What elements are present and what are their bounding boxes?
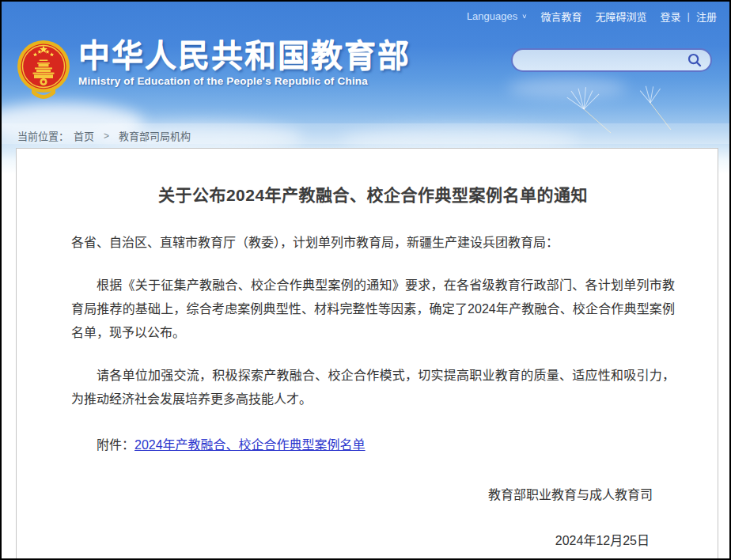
site-title: 中华人民共和国教育部 [78,38,411,73]
login-link[interactable]: 登录 [661,9,681,24]
breadcrumb-home[interactable]: 首页 [74,128,94,143]
document-date: 2024年12月25日 [71,529,675,553]
languages-label: Languages [467,10,517,22]
breadcrumb-label: 当前位置： [17,128,69,143]
breadcrumb-separator: > [104,131,109,142]
search-icon [687,52,703,68]
brand-text: 中华人民共和国教育部 Ministry of Education of the … [78,36,411,87]
breadcrumb: 当前位置： 首页 > 教育部司局机构 [17,128,191,143]
attachment-line: 附件：2024年产教融合、校企合作典型案例名单 [71,433,675,457]
topbar-divider: | [687,10,690,22]
document-paragraph: 请各单位加强交流，积极探索产教融合、校企合作模式，切实提高职业教育的质量、适应性… [71,364,675,411]
register-link[interactable]: 注册 [696,9,717,24]
breadcrumb-current[interactable]: 教育部司局机构 [119,128,191,143]
site-subtitle: Ministry of Education of the People's Re… [78,75,411,87]
topbar-link-accessibility[interactable]: 无障碍浏览 [596,9,647,24]
cloud-decoration [508,78,627,98]
search-button[interactable] [685,51,704,70]
document-paragraph: 根据《关于征集产教融合、校企合作典型案例的通知》要求，在各省级教育行政部门、各计… [71,274,675,345]
search-input[interactable] [524,50,685,70]
notice-document: 关于公布2024年产教融合、校企合作典型案例名单的通知 各省、自治区、直辖市教育… [16,148,718,560]
topbar: Languages ∨ 微言教育 无障碍浏览 登录 | 注册 [467,9,717,24]
chevron-down-icon: ∨ [521,13,527,20]
china-national-emblem-icon [16,36,71,101]
languages-menu[interactable]: Languages ∨ [467,10,528,22]
site-logo[interactable]: 中华人民共和国教育部 Ministry of Education of the … [16,36,411,101]
moe-gov-page: Languages ∨ 微言教育 无障碍浏览 登录 | 注册 [0,0,731,560]
search-box [511,48,712,72]
document-salutation: 各省、自治区、直辖市教育厅（教委），计划单列市教育局，新疆生产建设兵团教育局： [71,231,675,255]
topbar-link-weiyan[interactable]: 微言教育 [541,9,582,24]
attachment-link[interactable]: 2024年产教融合、校企合作典型案例名单 [134,438,366,452]
document-signer: 教育部职业教育与成人教育司 [71,483,675,507]
attachment-label: 附件： [97,438,134,452]
document-title: 关于公布2024年产教融合、校企合作典型案例名单的通知 [71,185,675,206]
